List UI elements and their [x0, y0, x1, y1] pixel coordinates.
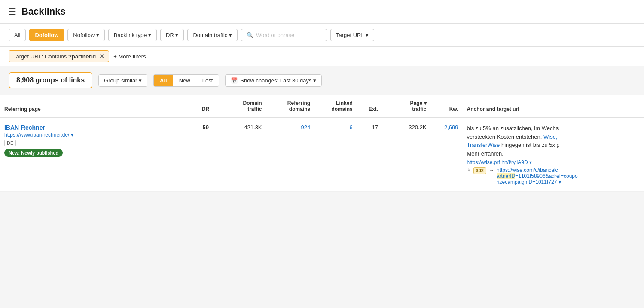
- cell-page-traffic: 320.2K: [382, 118, 431, 192]
- active-filters-bar: Target URL: Contains ?partnerid ✕ + More…: [0, 47, 644, 66]
- backlinks-table-container: Referring page DR Domaintraffic Referrin…: [0, 95, 644, 192]
- search-placeholder: Word or phrase: [256, 32, 294, 38]
- dr-value: 59: [203, 124, 209, 131]
- results-bar: 8,908 groups of links Group similar ▾ Al…: [0, 66, 644, 95]
- col-kw: Kw.: [431, 95, 463, 118]
- cell-referring-page: IBAN-Rechner https://www.iban-rechner.de…: [0, 118, 194, 192]
- filter-backlink-type-button[interactable]: Backlink type ▾: [108, 29, 157, 41]
- redirect-url-link[interactable]: https://wise.com/c/ibancalc artnerID=110…: [497, 167, 578, 185]
- header: ☰ Backlinks: [0, 0, 644, 24]
- partner-id-highlight: artnerID: [497, 173, 515, 179]
- anchor-url-link[interactable]: https://wise.prf.hn/l/ryjlA9D ▾: [467, 159, 640, 165]
- filter-all-button[interactable]: All: [9, 29, 26, 41]
- search-box[interactable]: 🔍 Word or phrase: [241, 29, 327, 41]
- show-changes-button[interactable]: 📅 Show changes: Last 30 days ▾: [225, 74, 322, 87]
- more-filters-button[interactable]: + More filters: [113, 53, 146, 60]
- table-header-row: Referring page DR Domaintraffic Referrin…: [0, 95, 644, 118]
- filter-tag-close-icon[interactable]: ✕: [99, 53, 104, 60]
- search-icon: 🔍: [247, 32, 253, 38]
- groups-count-badge: 8,908 groups of links: [9, 72, 92, 88]
- redirect-302-badge: 302: [473, 167, 486, 174]
- filter-dr-button[interactable]: DR ▾: [160, 29, 184, 41]
- col-domain-traffic: Domaintraffic: [218, 95, 266, 118]
- target-url-button[interactable]: Target URL ▾: [330, 29, 374, 41]
- col-linked-domains: Linkeddomains: [314, 95, 357, 118]
- tab-all[interactable]: All: [154, 75, 173, 86]
- tab-new[interactable]: New: [173, 75, 196, 86]
- transferwise-link[interactable]: TransferWise: [467, 142, 500, 148]
- cell-domain-traffic: 421.3K: [218, 118, 266, 192]
- tab-lost[interactable]: Lost: [196, 75, 219, 86]
- col-referring-page: Referring page: [0, 95, 194, 118]
- kw-link[interactable]: 2,699: [444, 124, 458, 131]
- col-ext: Ext.: [357, 95, 382, 118]
- new-badge: New: Newly published: [4, 149, 63, 157]
- col-anchor-target-url: Anchor and target url: [463, 95, 644, 118]
- filter-tag: Target URL: Contains ?partnerid ✕: [9, 50, 109, 62]
- filter-tag-label: Target URL: Contains ?partnerid: [13, 53, 96, 60]
- referring-page-url-link[interactable]: https://www.iban-rechner.de/ ▾: [4, 132, 189, 138]
- calendar-icon: 📅: [231, 77, 238, 84]
- col-dr: DR: [194, 95, 218, 118]
- cell-kw: 2,699: [431, 118, 463, 192]
- page-title: Backlinks: [21, 6, 66, 17]
- toolbar: All Dofollow Nofollow ▾ Backlink type ▾ …: [0, 24, 644, 47]
- cell-dr: 59: [194, 118, 218, 192]
- cell-referring-domains: 924: [266, 118, 315, 192]
- redirect-row: ↳ 302 → https://wise.com/c/ibancalc artn…: [467, 167, 640, 185]
- cell-ext: 17: [357, 118, 382, 192]
- group-similar-button[interactable]: Group similar ▾: [98, 74, 147, 87]
- referring-page-link[interactable]: IBAN-Rechner: [4, 124, 189, 131]
- redirect-arrow-symbol: →: [489, 167, 494, 173]
- filter-dofollow-button[interactable]: Dofollow: [29, 29, 64, 41]
- anchor-text: bis zu 5% an zusätzlichen, im Wechs vers…: [467, 124, 640, 158]
- country-badge: DE: [4, 140, 16, 146]
- linked-domains-link[interactable]: 6: [350, 124, 353, 131]
- wise-link[interactable]: Wise,: [543, 134, 558, 140]
- referring-domains-link[interactable]: 924: [301, 124, 310, 131]
- show-changes-label: Show changes: Last 30 days ▾: [240, 77, 316, 84]
- table-row: IBAN-Rechner https://www.iban-rechner.de…: [0, 118, 644, 192]
- redirect-arrow-icon: ↳: [467, 167, 471, 173]
- col-referring-domains: Referringdomains: [266, 95, 315, 118]
- cell-linked-domains: 6: [314, 118, 357, 192]
- cell-anchor-target-url: bis zu 5% an zusätzlichen, im Wechs vers…: [463, 118, 644, 192]
- filter-domain-traffic-button[interactable]: Domain traffic ▾: [187, 29, 238, 41]
- hamburger-icon[interactable]: ☰: [9, 6, 16, 17]
- filter-nofollow-button[interactable]: Nofollow ▾: [67, 29, 104, 41]
- page-traffic-value: 320.2K: [409, 124, 426, 131]
- col-page-traffic: Page ▾traffic: [382, 95, 431, 118]
- domain-traffic-value: 421.3K: [244, 124, 262, 131]
- tabs-group: All New Lost: [153, 74, 219, 87]
- ext-value: 17: [372, 124, 378, 131]
- backlinks-table: Referring page DR Domaintraffic Referrin…: [0, 95, 644, 192]
